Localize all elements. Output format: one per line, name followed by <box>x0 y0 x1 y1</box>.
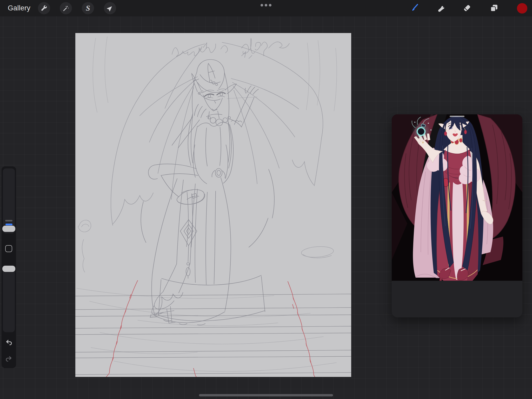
canvas-sketch-artwork <box>75 33 351 377</box>
ellipsis-icon <box>261 4 263 6</box>
erase-tool-button[interactable] <box>462 3 473 14</box>
reference-artwork <box>392 114 522 281</box>
more-options-button[interactable] <box>258 0 274 10</box>
modify-button[interactable] <box>5 245 12 252</box>
reference-window[interactable] <box>392 114 522 317</box>
reference-drag-handle[interactable] <box>450 116 464 117</box>
sketch-wings <box>111 42 323 225</box>
layers-button[interactable] <box>489 3 500 14</box>
actions-button[interactable] <box>38 2 50 14</box>
size-reference-dash <box>5 220 12 221</box>
selection-s-icon: S <box>86 4 90 12</box>
smudge-finger-icon <box>436 3 445 13</box>
undo-button[interactable] <box>4 337 14 348</box>
size-accent-dash <box>5 224 12 225</box>
brush-size-slider-handle[interactable] <box>2 226 15 232</box>
ellipsis-icon <box>265 4 267 6</box>
adjustments-button[interactable] <box>60 2 72 14</box>
gallery-button[interactable]: Gallery <box>8 0 30 16</box>
opacity-slider-track[interactable] <box>3 268 15 332</box>
sketch-floor-lines <box>75 294 351 375</box>
wrench-icon <box>41 5 48 12</box>
redo-button[interactable] <box>4 354 14 364</box>
sketch-figure <box>141 60 274 325</box>
drawing-canvas[interactable] <box>75 33 351 377</box>
eraser-icon <box>462 3 472 13</box>
brush-sidebar <box>2 166 16 368</box>
brush-icon <box>410 3 419 13</box>
handwritten-note-scribble <box>172 38 289 56</box>
transform-button[interactable] <box>104 2 116 14</box>
reference-image[interactable] <box>392 114 522 281</box>
selection-button[interactable]: S <box>82 2 94 14</box>
ellipsis-icon <box>269 4 271 6</box>
opacity-slider-handle[interactable] <box>2 266 15 272</box>
smudge-tool-button[interactable] <box>435 3 446 14</box>
transform-arrow-icon <box>107 5 114 12</box>
magic-wand-icon <box>62 5 69 12</box>
undo-icon <box>5 338 13 346</box>
paint-tool-button[interactable] <box>409 3 420 14</box>
home-indicator[interactable] <box>199 394 333 396</box>
redo-icon <box>5 355 13 363</box>
color-swatch-button[interactable] <box>517 3 527 14</box>
layers-icon <box>489 3 499 13</box>
app-background: Gallery S <box>0 0 532 399</box>
top-toolbar: Gallery S <box>0 0 532 16</box>
